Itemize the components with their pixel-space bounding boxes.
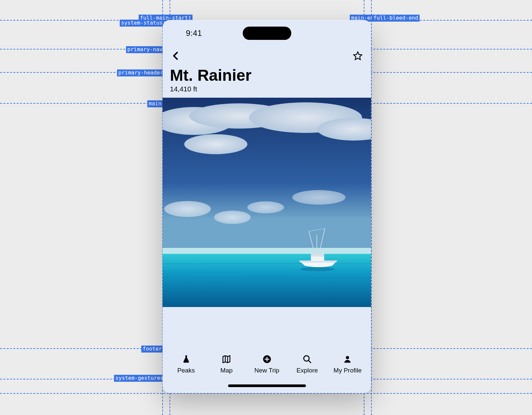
star-outline-icon (353, 51, 363, 62)
tab-explore[interactable]: Explore (287, 355, 327, 374)
page-subtitle: 14,410 ft (170, 85, 364, 93)
tab-map[interactable]: Map (206, 355, 246, 374)
svg-point-8 (247, 201, 284, 213)
guide-full-bleed-end (371, 0, 372, 415)
favorite-button[interactable] (352, 51, 364, 62)
phone-frame: 9:41 Mt. Rainier 14,410 ft (163, 20, 371, 393)
tab-profile[interactable]: My Profile (328, 355, 368, 374)
primary-header: Mt. Rainier 14,410 ft (163, 66, 371, 98)
map-icon (222, 355, 231, 365)
status-time: 9:41 (186, 29, 202, 38)
dynamic-island (243, 27, 291, 40)
tab-peaks[interactable]: Peaks (166, 355, 206, 374)
svg-rect-20 (311, 254, 324, 257)
tab-new-trip[interactable]: New Trip (247, 355, 287, 374)
chevron-left-icon (171, 51, 181, 62)
label-system-status: system-status (120, 20, 164, 27)
svg-rect-11 (163, 254, 371, 307)
back-button[interactable] (170, 51, 182, 62)
search-icon (303, 355, 312, 365)
label-primary-header: primary-header (117, 69, 165, 76)
label-primary-nav: primary-nav (126, 46, 164, 53)
primary-nav (163, 47, 371, 66)
label-main: main (147, 100, 163, 107)
person-icon (343, 355, 352, 365)
svg-point-25 (346, 356, 349, 359)
label-system-gestures: system-gestures (114, 375, 165, 382)
svg-point-6 (164, 201, 211, 217)
svg-line-24 (308, 360, 311, 363)
tab-label: My Profile (333, 367, 361, 374)
svg-point-9 (292, 190, 345, 205)
tab-label: Explore (297, 367, 318, 374)
label-full-bleed-end: full-bleed-end (372, 15, 420, 22)
svg-point-5 (184, 134, 247, 154)
svg-point-21 (300, 267, 335, 271)
add-circle-icon (262, 355, 272, 365)
hero-image (163, 98, 371, 307)
tab-label: New Trip (254, 367, 279, 374)
home-indicator[interactable] (228, 384, 306, 387)
system-status-bar: 9:41 (163, 20, 371, 47)
tab-label: Peaks (177, 367, 195, 374)
label-footer: footer (141, 346, 163, 353)
svg-point-7 (214, 211, 251, 224)
tab-label: Map (220, 367, 233, 374)
guide-bottom (0, 393, 532, 394)
flask-icon (182, 355, 191, 365)
footer-tab-bar: Peaks Map New Trip Explore My Profile (163, 351, 371, 377)
page-title: Mt. Rainier (170, 67, 364, 84)
